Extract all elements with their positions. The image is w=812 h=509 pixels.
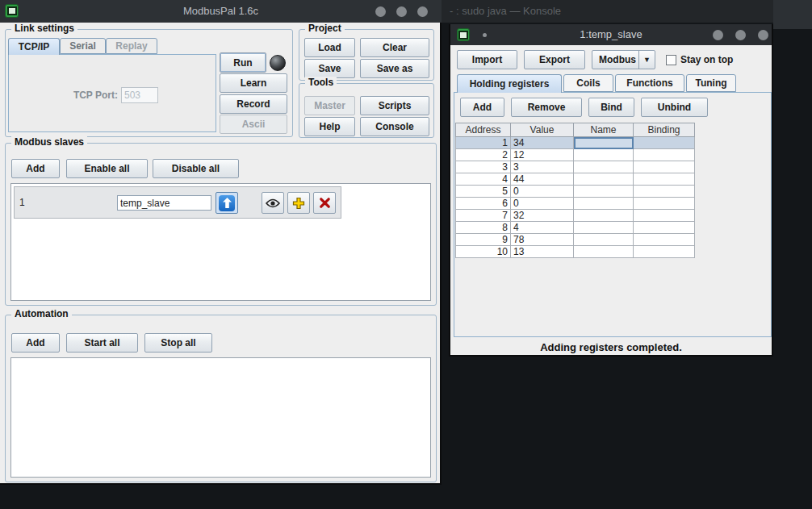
table-cell-addr[interactable]: 1 [456,137,511,149]
slave-maximize-button[interactable] [735,30,746,40]
table-cell-addr[interactable]: 5 [456,186,511,198]
stay-on-top-checkbox[interactable] [666,55,676,65]
slave-enable-toggle-button[interactable] [216,192,238,214]
table-cell-bind[interactable] [634,137,695,149]
start-all-button[interactable]: Start all [66,333,138,353]
table-cell-addr[interactable]: 9 [456,234,511,246]
table-cell-name[interactable] [574,234,634,246]
slave-duplicate-button[interactable] [287,192,310,214]
table-cell-name[interactable] [574,149,634,161]
table-cell-val[interactable]: 0 [511,198,574,210]
table-cell-name[interactable] [574,210,634,222]
table-row[interactable]: 978 [456,234,695,246]
konsole-titlebar[interactable]: - : sudo java — Konsole [442,0,773,23]
table-cell-name[interactable] [574,137,634,149]
table-cell-bind[interactable] [634,161,695,173]
modbus-mode-select[interactable]: Modbus ▼ [592,50,655,69]
table-cell-val[interactable]: 78 [511,234,574,246]
slave-minimize-button[interactable] [713,30,723,40]
slave-view-button[interactable] [262,192,284,214]
automation-add-button[interactable]: Add [11,333,60,353]
table-cell-bind[interactable] [634,234,695,246]
table-cell-bind[interactable] [634,246,695,258]
save-button[interactable]: Save [304,59,355,78]
tab-tuning[interactable]: Tuning [686,74,736,92]
table-cell-name[interactable] [574,222,634,234]
run-button[interactable]: Run [220,52,266,73]
enable-all-button[interactable]: Enable all [66,159,148,178]
register-unbind-button[interactable]: Unbind [641,98,708,117]
table-cell-val[interactable]: 32 [511,210,574,222]
console-button[interactable]: Console [360,117,429,136]
slave-add-button[interactable]: Add [11,159,60,178]
disable-all-button[interactable]: Disable all [153,159,239,178]
minimize-button[interactable] [375,6,386,17]
export-button[interactable]: Export [524,50,585,69]
table-cell-val[interactable]: 34 [511,137,574,149]
col-value[interactable]: Value [511,123,574,137]
col-name[interactable]: Name [574,123,634,137]
table-row[interactable]: 84 [456,222,695,234]
table-cell-bind[interactable] [634,198,695,210]
table-row[interactable]: 134 [456,137,695,149]
table-cell-val[interactable]: 12 [511,149,574,161]
close-button[interactable] [417,6,428,17]
register-bind-button[interactable]: Bind [588,98,634,117]
modbuspal-titlebar[interactable]: ModbusPal 1.6c [0,0,442,23]
table-cell-name[interactable] [574,246,634,258]
tab-serial[interactable]: Serial [60,38,106,54]
table-row[interactable]: 212 [456,149,695,161]
automation-list[interactable] [10,357,431,478]
col-binding[interactable]: Binding [634,123,695,137]
table-cell-name[interactable] [574,161,634,173]
table-cell-name[interactable] [574,198,634,210]
master-button[interactable]: Master [304,96,355,115]
table-cell-bind[interactable] [634,222,695,234]
stop-all-button[interactable]: Stop all [144,333,212,353]
table-row[interactable]: 444 [456,173,695,186]
load-button[interactable]: Load [304,38,355,57]
help-button[interactable]: Help [304,117,355,136]
table-cell-val[interactable]: 3 [511,161,574,173]
table-row[interactable]: 50 [456,186,695,198]
tab-coils[interactable]: Coils [563,74,613,92]
table-row[interactable]: 1013 [456,246,695,258]
slave-delete-button[interactable] [313,192,336,214]
register-remove-button[interactable]: Remove [511,98,582,117]
table-cell-name[interactable] [574,173,634,186]
maximize-button[interactable] [396,6,407,17]
ascii-button[interactable]: Ascii [220,115,287,134]
learn-button[interactable]: Learn [220,73,287,93]
tcp-port-input[interactable] [121,87,158,103]
table-cell-addr[interactable]: 4 [456,173,511,186]
table-row[interactable]: 33 [456,161,695,173]
table-cell-val[interactable]: 44 [511,173,574,186]
table-cell-val[interactable]: 0 [511,186,574,198]
table-row[interactable]: 732 [456,210,695,222]
tab-tcpip[interactable]: TCP/IP [8,38,60,55]
table-cell-addr[interactable]: 3 [456,161,511,173]
register-add-button[interactable]: Add [460,98,504,117]
table-cell-bind[interactable] [634,186,695,198]
table-row[interactable]: 60 [456,198,695,210]
table-cell-addr[interactable]: 7 [456,210,511,222]
table-cell-bind[interactable] [634,210,695,222]
slave-window-titlebar[interactable]: 1:temp_slave [450,24,772,45]
import-button[interactable]: Import [457,50,517,69]
tab-functions[interactable]: Functions [615,74,684,92]
scripts-button[interactable]: Scripts [360,96,429,115]
tab-replay[interactable]: Replay [106,38,157,54]
table-cell-addr[interactable]: 2 [456,149,511,161]
slave-close-button[interactable] [758,30,768,40]
table-cell-addr[interactable]: 6 [456,198,511,210]
table-cell-addr[interactable]: 10 [456,246,511,258]
tab-holding-registers[interactable]: Holding registers [457,74,562,93]
table-cell-val[interactable]: 13 [511,246,574,258]
save-as-button[interactable]: Save as [360,59,429,78]
record-button[interactable]: Record [220,94,287,114]
table-cell-name[interactable] [574,186,634,198]
table-cell-bind[interactable] [634,149,695,161]
table-cell-addr[interactable]: 8 [456,222,511,234]
table-cell-bind[interactable] [634,173,695,186]
table-cell-val[interactable]: 4 [511,222,574,234]
